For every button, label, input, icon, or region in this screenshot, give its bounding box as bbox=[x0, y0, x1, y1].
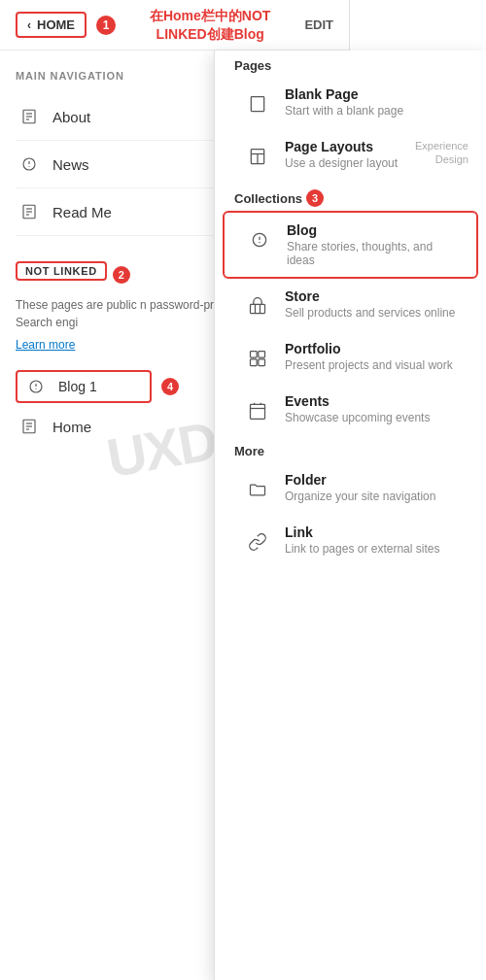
page-layouts-desc: Use a designer layout bbox=[285, 156, 398, 170]
link-text: Link Link to pages or external sites bbox=[285, 524, 439, 556]
blog-desc: Share stories, thoughts, and ideas bbox=[287, 240, 457, 267]
svg-rect-30 bbox=[251, 359, 258, 366]
not-linked-title: NOT LINKED bbox=[25, 265, 97, 277]
blog-collection-text: Blog Share stories, thoughts, and ideas bbox=[287, 222, 457, 267]
step-1-badge: 1 bbox=[96, 16, 116, 35]
link-icon bbox=[242, 526, 273, 558]
instruction-text: 在Home栏中的NOT LINKED创建Blog bbox=[123, 7, 296, 42]
dropdown-page-layouts[interactable]: Page Layouts Use a designer layout Exper… bbox=[223, 129, 478, 182]
blank-page-desc: Start with a blank page bbox=[285, 104, 403, 118]
folder-title: Folder bbox=[285, 472, 435, 488]
edit-button[interactable]: EDIT bbox=[304, 17, 333, 32]
news-icon bbox=[16, 151, 43, 178]
home-page-icon bbox=[16, 413, 43, 440]
blog-title: Blog bbox=[287, 222, 457, 238]
blank-page-icon bbox=[242, 88, 273, 119]
portfolio-title: Portfolio bbox=[285, 341, 453, 356]
home-label: HOME bbox=[37, 17, 75, 32]
more-section-title: More bbox=[234, 444, 264, 458]
blog1-item[interactable]: Blog 1 bbox=[16, 370, 152, 403]
step-3-badge: 3 bbox=[306, 189, 324, 207]
dropdown-store[interactable]: Store Sell products and services online bbox=[223, 279, 478, 331]
dropdown-link[interactable]: Link Link to pages or external sites bbox=[223, 515, 478, 567]
collections-section-title: Collections bbox=[234, 191, 302, 206]
chevron-left-icon: ‹ bbox=[27, 18, 31, 32]
portfolio-text: Portfolio Present projects and visual wo… bbox=[285, 341, 453, 372]
home-button[interactable]: ‹ HOME bbox=[16, 12, 87, 38]
link-desc: Link to pages or external sites bbox=[285, 542, 439, 556]
svg-point-13 bbox=[35, 389, 36, 389]
svg-point-24 bbox=[259, 242, 260, 243]
more-section-header: More bbox=[215, 436, 486, 462]
dropdown-portfolio[interactable]: Portfolio Present projects and visual wo… bbox=[223, 331, 478, 384]
svg-rect-28 bbox=[251, 352, 258, 358]
blog-collection-icon bbox=[244, 224, 275, 255]
store-title: Store bbox=[285, 288, 455, 304]
events-text: Events Showcase upcoming events bbox=[285, 393, 430, 424]
store-text: Store Sell products and services online bbox=[285, 288, 455, 320]
events-title: Events bbox=[285, 393, 430, 409]
step-2-badge: 2 bbox=[113, 266, 130, 284]
not-linked-header: NOT LINKED bbox=[16, 261, 107, 281]
portfolio-desc: Present projects and visual work bbox=[285, 358, 453, 372]
store-desc: Sell products and services online bbox=[285, 306, 455, 320]
svg-rect-29 bbox=[259, 352, 265, 358]
folder-desc: Organize your site navigation bbox=[285, 490, 435, 503]
pages-section-title: Pages bbox=[234, 58, 271, 73]
store-icon bbox=[242, 290, 273, 321]
events-desc: Showcase upcoming events bbox=[285, 411, 430, 424]
page-icon bbox=[16, 103, 43, 130]
svg-point-6 bbox=[28, 166, 29, 167]
svg-rect-25 bbox=[251, 304, 265, 313]
step-4-badge: 4 bbox=[161, 378, 179, 395]
experience-design-line2: Design bbox=[415, 152, 469, 166]
top-bar: ‹ HOME 1 在Home栏中的NOT LINKED创建Blog EDIT bbox=[0, 0, 349, 51]
experience-design-line1: Experience bbox=[415, 139, 469, 152]
portfolio-icon bbox=[242, 343, 273, 374]
collections-section-header: Collections 3 bbox=[215, 182, 486, 211]
blog-icon bbox=[25, 376, 47, 397]
dropdown-folder[interactable]: Folder Organize your site navigation bbox=[223, 462, 478, 515]
blank-page-title: Blank Page bbox=[285, 86, 403, 102]
nav-section-title: MAIN NAVIGATION bbox=[16, 70, 124, 82]
svg-rect-31 bbox=[259, 359, 265, 366]
pages-section-header: Pages bbox=[215, 51, 486, 77]
events-icon bbox=[242, 395, 273, 426]
link-title: Link bbox=[285, 524, 439, 540]
learn-more-link[interactable]: Learn more bbox=[16, 338, 75, 352]
page-layouts-title: Page Layouts bbox=[285, 139, 398, 154]
page-layouts-text: Page Layouts Use a designer layout bbox=[285, 139, 398, 170]
readme-icon bbox=[16, 198, 43, 225]
dropdown-events[interactable]: Events Showcase upcoming events bbox=[223, 384, 478, 436]
svg-rect-32 bbox=[251, 404, 265, 419]
dropdown-blank-page[interactable]: Blank Page Start with a blank page bbox=[223, 77, 478, 129]
folder-icon bbox=[242, 474, 273, 505]
folder-text: Folder Organize your site navigation bbox=[285, 472, 435, 503]
dropdown-blog[interactable]: Blog Share stories, thoughts, and ideas bbox=[223, 211, 478, 279]
dropdown-panel: Pages Blank Page Start with a blank page… bbox=[214, 51, 486, 980]
page-layouts-icon bbox=[242, 141, 273, 172]
blog1-label: Blog 1 bbox=[58, 379, 142, 394]
blank-page-text: Blank Page Start with a blank page bbox=[285, 86, 403, 118]
svg-rect-18 bbox=[251, 97, 263, 112]
